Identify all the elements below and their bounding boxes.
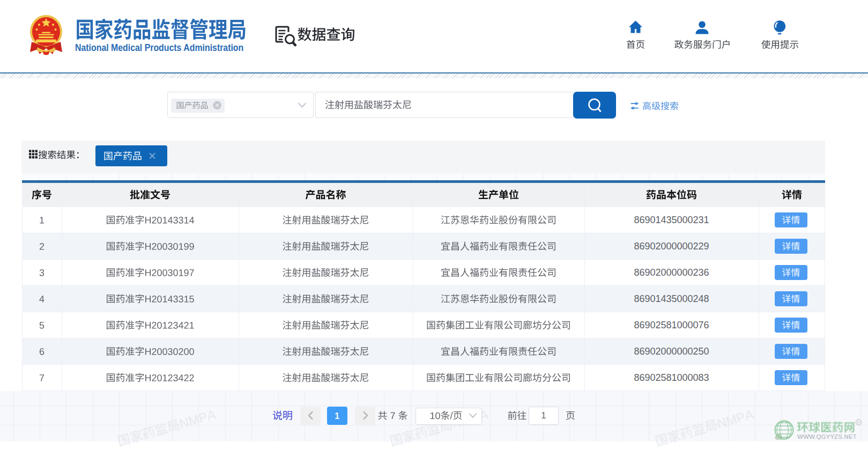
svg-text:R: R (857, 420, 860, 425)
